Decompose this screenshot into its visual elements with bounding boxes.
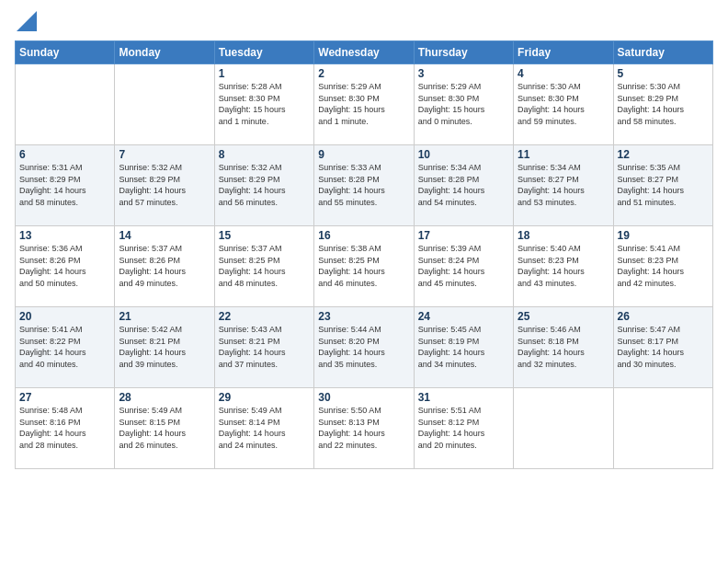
calendar-cell [613, 388, 712, 469]
day-info: Sunrise: 5:34 AM Sunset: 8:27 PM Dayligh… [518, 162, 609, 208]
day-info: Sunrise: 5:46 AM Sunset: 8:18 PM Dayligh… [518, 324, 609, 370]
day-info: Sunrise: 5:40 AM Sunset: 8:23 PM Dayligh… [518, 243, 609, 289]
day-info: Sunrise: 5:42 AM Sunset: 8:21 PM Dayligh… [119, 324, 210, 370]
calendar-week-row: 20Sunrise: 5:41 AM Sunset: 8:22 PM Dayli… [16, 307, 713, 388]
day-info: Sunrise: 5:29 AM Sunset: 8:30 PM Dayligh… [418, 81, 509, 127]
day-number: 7 [119, 148, 210, 161]
calendar-cell: 13Sunrise: 5:36 AM Sunset: 8:26 PM Dayli… [16, 226, 115, 307]
calendar-cell: 5Sunrise: 5:30 AM Sunset: 8:29 PM Daylig… [613, 64, 712, 145]
calendar-cell [16, 64, 115, 145]
day-info: Sunrise: 5:29 AM Sunset: 8:30 PM Dayligh… [318, 81, 409, 127]
day-info: Sunrise: 5:30 AM Sunset: 8:30 PM Dayligh… [518, 81, 609, 127]
day-number: 5 [618, 67, 709, 80]
day-number: 15 [219, 229, 310, 242]
day-number: 11 [518, 148, 609, 161]
day-info: Sunrise: 5:28 AM Sunset: 8:30 PM Dayligh… [219, 81, 310, 127]
day-number: 18 [518, 229, 609, 242]
header-wednesday: Wednesday [314, 41, 414, 64]
day-number: 29 [219, 391, 310, 404]
calendar-table: Sunday Monday Tuesday Wednesday Thursday… [15, 40, 713, 469]
header-monday: Monday [115, 41, 214, 64]
day-info: Sunrise: 5:37 AM Sunset: 8:26 PM Dayligh… [119, 243, 210, 289]
calendar-week-row: 27Sunrise: 5:48 AM Sunset: 8:16 PM Dayli… [16, 388, 713, 469]
day-number: 12 [618, 148, 709, 161]
header-friday: Friday [514, 41, 613, 64]
calendar-cell: 6Sunrise: 5:31 AM Sunset: 8:29 PM Daylig… [16, 145, 115, 226]
day-info: Sunrise: 5:41 AM Sunset: 8:23 PM Dayligh… [618, 243, 709, 289]
day-number: 17 [418, 229, 509, 242]
day-info: Sunrise: 5:32 AM Sunset: 8:29 PM Dayligh… [119, 162, 210, 208]
day-info: Sunrise: 5:44 AM Sunset: 8:20 PM Dayligh… [318, 324, 409, 370]
calendar-header-row: Sunday Monday Tuesday Wednesday Thursday… [16, 41, 713, 64]
calendar-cell: 23Sunrise: 5:44 AM Sunset: 8:20 PM Dayli… [314, 307, 414, 388]
calendar-cell [115, 64, 214, 145]
calendar-cell: 12Sunrise: 5:35 AM Sunset: 8:27 PM Dayli… [613, 145, 712, 226]
calendar-cell: 22Sunrise: 5:43 AM Sunset: 8:21 PM Dayli… [214, 307, 313, 388]
day-number: 13 [19, 229, 110, 242]
calendar-cell: 1Sunrise: 5:28 AM Sunset: 8:30 PM Daylig… [214, 64, 313, 145]
day-info: Sunrise: 5:31 AM Sunset: 8:29 PM Dayligh… [19, 162, 110, 208]
day-number: 23 [318, 310, 409, 323]
calendar-cell: 14Sunrise: 5:37 AM Sunset: 8:26 PM Dayli… [115, 226, 214, 307]
day-number: 14 [119, 229, 210, 242]
day-number: 16 [318, 229, 409, 242]
day-number: 19 [618, 229, 709, 242]
day-number: 31 [418, 391, 509, 404]
calendar-cell [514, 388, 613, 469]
day-number: 26 [618, 310, 709, 323]
day-number: 3 [418, 67, 509, 80]
day-number: 28 [119, 391, 210, 404]
calendar-cell: 10Sunrise: 5:34 AM Sunset: 8:28 PM Dayli… [414, 145, 513, 226]
day-info: Sunrise: 5:35 AM Sunset: 8:27 PM Dayligh… [618, 162, 709, 208]
calendar-cell: 19Sunrise: 5:41 AM Sunset: 8:23 PM Dayli… [613, 226, 712, 307]
day-number: 2 [318, 67, 409, 80]
day-number: 30 [318, 391, 409, 404]
day-info: Sunrise: 5:33 AM Sunset: 8:28 PM Dayligh… [318, 162, 409, 208]
calendar-week-row: 6Sunrise: 5:31 AM Sunset: 8:29 PM Daylig… [16, 145, 713, 226]
day-number: 24 [418, 310, 509, 323]
logo [15, 11, 37, 33]
day-info: Sunrise: 5:49 AM Sunset: 8:14 PM Dayligh… [219, 405, 310, 451]
day-info: Sunrise: 5:36 AM Sunset: 8:26 PM Dayligh… [19, 243, 110, 289]
calendar-week-row: 1Sunrise: 5:28 AM Sunset: 8:30 PM Daylig… [16, 64, 713, 145]
calendar-cell: 4Sunrise: 5:30 AM Sunset: 8:30 PM Daylig… [514, 64, 613, 145]
calendar-cell: 2Sunrise: 5:29 AM Sunset: 8:30 PM Daylig… [314, 64, 414, 145]
header-saturday: Saturday [613, 41, 712, 64]
calendar-cell: 20Sunrise: 5:41 AM Sunset: 8:22 PM Dayli… [16, 307, 115, 388]
day-info: Sunrise: 5:38 AM Sunset: 8:25 PM Dayligh… [318, 243, 409, 289]
day-info: Sunrise: 5:48 AM Sunset: 8:16 PM Dayligh… [19, 405, 110, 451]
day-number: 22 [219, 310, 310, 323]
page-container: Sunday Monday Tuesday Wednesday Thursday… [0, 0, 728, 563]
day-info: Sunrise: 5:41 AM Sunset: 8:22 PM Dayligh… [19, 324, 110, 370]
calendar-week-row: 13Sunrise: 5:36 AM Sunset: 8:26 PM Dayli… [16, 226, 713, 307]
day-info: Sunrise: 5:51 AM Sunset: 8:12 PM Dayligh… [418, 405, 509, 451]
svg-marker-0 [17, 11, 37, 31]
day-info: Sunrise: 5:50 AM Sunset: 8:13 PM Dayligh… [318, 405, 409, 451]
calendar-cell: 18Sunrise: 5:40 AM Sunset: 8:23 PM Dayli… [514, 226, 613, 307]
calendar-cell: 30Sunrise: 5:50 AM Sunset: 8:13 PM Dayli… [314, 388, 414, 469]
day-info: Sunrise: 5:47 AM Sunset: 8:17 PM Dayligh… [618, 324, 709, 370]
day-number: 1 [219, 67, 310, 80]
day-number: 8 [219, 148, 310, 161]
calendar-cell: 15Sunrise: 5:37 AM Sunset: 8:25 PM Dayli… [214, 226, 313, 307]
header-sunday: Sunday [16, 41, 115, 64]
day-info: Sunrise: 5:32 AM Sunset: 8:29 PM Dayligh… [219, 162, 310, 208]
header [15, 11, 713, 33]
day-info: Sunrise: 5:30 AM Sunset: 8:29 PM Dayligh… [618, 81, 709, 127]
day-number: 10 [418, 148, 509, 161]
day-info: Sunrise: 5:39 AM Sunset: 8:24 PM Dayligh… [418, 243, 509, 289]
calendar-cell: 27Sunrise: 5:48 AM Sunset: 8:16 PM Dayli… [16, 388, 115, 469]
day-number: 6 [19, 148, 110, 161]
header-tuesday: Tuesday [214, 41, 313, 64]
calendar-cell: 16Sunrise: 5:38 AM Sunset: 8:25 PM Dayli… [314, 226, 414, 307]
calendar-cell: 21Sunrise: 5:42 AM Sunset: 8:21 PM Dayli… [115, 307, 214, 388]
calendar-cell: 29Sunrise: 5:49 AM Sunset: 8:14 PM Dayli… [214, 388, 313, 469]
calendar-cell: 8Sunrise: 5:32 AM Sunset: 8:29 PM Daylig… [214, 145, 313, 226]
calendar-cell: 7Sunrise: 5:32 AM Sunset: 8:29 PM Daylig… [115, 145, 214, 226]
calendar-cell: 9Sunrise: 5:33 AM Sunset: 8:28 PM Daylig… [314, 145, 414, 226]
calendar-cell: 31Sunrise: 5:51 AM Sunset: 8:12 PM Dayli… [414, 388, 513, 469]
calendar-cell: 28Sunrise: 5:49 AM Sunset: 8:15 PM Dayli… [115, 388, 214, 469]
day-info: Sunrise: 5:43 AM Sunset: 8:21 PM Dayligh… [219, 324, 310, 370]
day-number: 27 [19, 391, 110, 404]
calendar-cell: 3Sunrise: 5:29 AM Sunset: 8:30 PM Daylig… [414, 64, 513, 145]
